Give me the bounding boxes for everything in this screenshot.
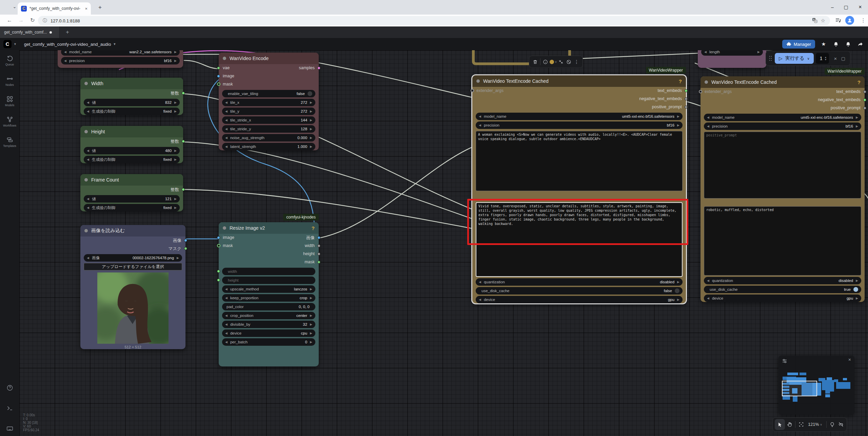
- node-title-bar[interactable]: Resize Image v2?: [219, 222, 319, 234]
- decrement-arrow-icon[interactable]: ◀: [64, 50, 66, 54]
- node-title-bar[interactable]: Height: [80, 126, 183, 137]
- decrement-arrow-icon[interactable]: ◀: [225, 101, 228, 104]
- decrement-arrow-icon[interactable]: ◀: [87, 256, 89, 260]
- prompt-textarea[interactable]: A woman exclaiming <S>Now we can generat…: [476, 131, 683, 191]
- output-port-positive_prompt[interactable]: [863, 107, 866, 110]
- widget-keep_proportion[interactable]: ◀keep_proportioncrop▶: [222, 294, 315, 302]
- input-port-extender_args[interactable]: [699, 90, 702, 93]
- output-port-negative_text_embeds[interactable]: [863, 98, 866, 101]
- increment-arrow-icon[interactable]: ▶: [677, 124, 679, 127]
- input-port-extender_args[interactable]: [471, 89, 474, 92]
- increment-arrow-icon[interactable]: ▶: [856, 116, 858, 119]
- sidebar-item-keyboard[interactable]: [0, 425, 19, 432]
- node-length-node[interactable]: ◀length▶: [698, 50, 766, 68]
- decrement-arrow-icon[interactable]: ◀: [479, 280, 481, 284]
- sidebar-item-terminal[interactable]: [0, 405, 19, 412]
- collapse-dot-icon[interactable]: [223, 57, 226, 60]
- fit-view-button[interactable]: [797, 419, 805, 430]
- decrement-arrow-icon[interactable]: ◀: [225, 331, 228, 335]
- back-button[interactable]: ←: [5, 16, 14, 25]
- sidebar-item-models[interactable]: Models: [0, 96, 19, 107]
- count-up-icon[interactable]: ▲: [825, 56, 827, 58]
- widget-input-port[interactable]: [217, 270, 220, 273]
- toggle-knob[interactable]: [675, 288, 679, 293]
- trash-icon[interactable]: [531, 57, 539, 67]
- minimap[interactable]: ×: [778, 356, 854, 415]
- decrement-arrow-icon[interactable]: ◀: [225, 145, 228, 148]
- toggle-links-visibility-icon[interactable]: [837, 419, 845, 430]
- node-title-bar[interactable]: Width: [80, 78, 183, 89]
- url-bar[interactable]: ⓘ 127.0.0.1:8188 あA ☆: [38, 16, 830, 25]
- drag-handle-icon[interactable]: [769, 55, 772, 61]
- input-port-image[interactable]: [217, 236, 220, 239]
- increment-arrow-icon[interactable]: ▶: [310, 314, 312, 317]
- decrement-arrow-icon[interactable]: ◀: [225, 323, 228, 326]
- widget-length[interactable]: ◀length▶: [701, 50, 763, 56]
- widget-height[interactable]: height: [222, 277, 315, 284]
- notification-bell-icon[interactable]: [832, 40, 840, 48]
- output-port-samples[interactable]: [317, 67, 320, 70]
- increment-arrow-icon[interactable]: ▶: [310, 127, 312, 131]
- node-help-icon[interactable]: ?: [679, 78, 682, 84]
- widget-生成後の制御[interactable]: ◀生成後の制御fixed▶: [84, 156, 180, 163]
- widget-use_disk_cache[interactable]: use_disk_cachefalse: [476, 287, 683, 295]
- workflow-tab[interactable]: get_comfy_with_comf...: [0, 26, 60, 38]
- increment-arrow-icon[interactable]: ▶: [310, 118, 312, 122]
- collapse-dot-icon[interactable]: [705, 80, 708, 84]
- node-load-image[interactable]: 画像を読み込む画像マスク◀画像00002-1622676478.png▶アップロ…: [80, 225, 185, 349]
- widget-use_disk_cache[interactable]: use_disk_cachetrue: [704, 286, 861, 293]
- increment-arrow-icon[interactable]: ▶: [310, 331, 312, 335]
- widget-tile_stride_x[interactable]: ◀tile_stride_x144▶: [222, 116, 315, 124]
- input-port-vae[interactable]: [217, 67, 220, 70]
- increment-arrow-icon[interactable]: ▶: [310, 145, 312, 148]
- output-port-整数[interactable]: [182, 140, 185, 143]
- site-info-icon[interactable]: ⓘ: [43, 18, 47, 24]
- increment-arrow-icon[interactable]: ▶: [757, 50, 760, 54]
- batch-count-stepper[interactable]: 1 ▲▼: [816, 53, 829, 64]
- output-port-mask[interactable]: [317, 261, 320, 264]
- tab-close-icon[interactable]: ×: [85, 6, 87, 11]
- collapse-dot-icon[interactable]: [223, 226, 226, 230]
- increment-arrow-icon[interactable]: ▶: [310, 101, 312, 104]
- output-port-マスク[interactable]: [184, 247, 187, 250]
- widget-upscale_method[interactable]: ◀upscale_methodlanczos▶: [222, 285, 315, 293]
- decrement-arrow-icon[interactable]: ◀: [225, 110, 228, 113]
- prompt-textarea[interactable]: robotic, muffled, echo, distorted: [704, 206, 861, 276]
- node-width[interactable]: Width整数◀値832▶◀生成後の制御fixed▶: [80, 78, 183, 115]
- browser-menu-icon[interactable]: ⋮: [859, 16, 868, 25]
- widget-precision[interactable]: ◀precisionbf16▶: [704, 122, 861, 130]
- widget-noise_aug_strength[interactable]: ◀noise_aug_strength0.000▶: [222, 134, 315, 141]
- increment-arrow-icon[interactable]: ▶: [174, 59, 177, 62]
- node-title-bar[interactable]: WanVideo Encode: [219, 53, 319, 64]
- collapse-icon[interactable]: [557, 57, 565, 67]
- forward-button[interactable]: →: [16, 16, 26, 25]
- decrement-arrow-icon[interactable]: ◀: [87, 206, 89, 209]
- select-tool-button[interactable]: [775, 419, 785, 430]
- increment-arrow-icon[interactable]: ▶: [310, 287, 312, 291]
- decrement-arrow-icon[interactable]: ◀: [707, 297, 709, 300]
- widget-tile_y[interactable]: ◀tile_y272▶: [222, 108, 315, 115]
- collapse-dot-icon[interactable]: [84, 178, 88, 182]
- widget-device[interactable]: ◀devicegpu▶: [704, 295, 861, 302]
- node-title-bar[interactable]: Frame Count: [80, 174, 183, 186]
- output-port-negative_text_embeds[interactable]: [685, 97, 688, 100]
- logo-chevron-icon[interactable]: ▼: [14, 42, 17, 46]
- decrement-arrow-icon[interactable]: ◀: [225, 136, 228, 139]
- widget-model_name[interactable]: ◀model_nameumt5-xxl-enc-bf16.safetensors…: [704, 114, 861, 121]
- decrement-arrow-icon[interactable]: ◀: [87, 101, 89, 104]
- output-port-text_embeds[interactable]: [685, 89, 688, 92]
- info-icon[interactable]: [541, 57, 549, 67]
- widget-model_name[interactable]: ◀model_nameumt5-xxl-enc-bf16.safetensors…: [476, 113, 683, 120]
- increment-arrow-icon[interactable]: ▶: [677, 298, 679, 301]
- widget-tile_x[interactable]: ◀tile_x272▶: [222, 99, 315, 106]
- decrement-arrow-icon[interactable]: ◀: [64, 59, 66, 62]
- input-port-mask[interactable]: [217, 244, 220, 247]
- collapse-dot-icon[interactable]: [84, 130, 88, 133]
- decrement-arrow-icon[interactable]: ◀: [707, 125, 709, 128]
- manager-button[interactable]: Manager: [782, 40, 815, 49]
- widget-enable_vae_tiling[interactable]: enable_vae_tilingfalse: [222, 90, 315, 97]
- decrement-arrow-icon[interactable]: ◀: [225, 118, 228, 122]
- increment-arrow-icon[interactable]: ▶: [677, 280, 679, 284]
- widget-値[interactable]: ◀値832▶: [84, 99, 180, 106]
- decrement-arrow-icon[interactable]: ◀: [707, 279, 709, 282]
